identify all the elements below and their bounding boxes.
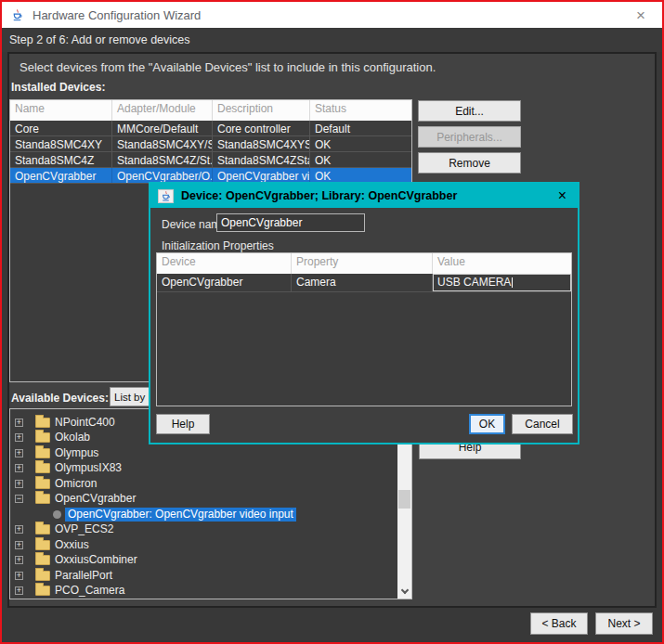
- edit-button[interactable]: Edit...: [418, 100, 521, 122]
- dialog-ok-button[interactable]: OK: [469, 414, 505, 434]
- tree-item-pco-camera[interactable]: + PCO_Camera: [10, 583, 391, 598]
- cell-status[interactable]: OK: [310, 152, 411, 167]
- dialog-title: Device: OpenCVgrabber; Library: OpenCVgr…: [181, 189, 457, 202]
- dialog-help-button[interactable]: Help: [156, 414, 210, 434]
- tree-item-oxxius[interactable]: + Oxxius: [10, 537, 391, 552]
- folder-icon: [35, 571, 50, 581]
- back-button[interactable]: < Back: [530, 612, 588, 635]
- cell-name[interactable]: OpenCVgrabber: [10, 168, 112, 183]
- dialog-titlebar[interactable]: Device: OpenCVgrabber; Library: OpenCVgr…: [150, 184, 578, 208]
- window-title: Hardware Configuration Wizard: [33, 8, 201, 22]
- available-devices-label: Available Devices:: [11, 392, 109, 405]
- folder-icon: [35, 463, 50, 473]
- expand-icon[interactable]: +: [15, 480, 23, 488]
- tree-item-label[interactable]: OlympusIX83: [55, 461, 122, 474]
- device-name-field[interactable]: [216, 213, 365, 232]
- cell-description[interactable]: Core controller: [213, 121, 310, 135]
- dialog-close-icon[interactable]: ×: [554, 188, 570, 203]
- expand-icon[interactable]: +: [15, 464, 23, 472]
- folder-icon: [35, 432, 50, 443]
- col-header-name: Name: [10, 100, 112, 121]
- col-header-status: Status: [310, 100, 411, 121]
- tree-item-label[interactable]: OVP_ECS2: [55, 522, 113, 535]
- cell-adapter[interactable]: Standa8SMC4Z/St...: [112, 152, 213, 167]
- tree-item-olympusix83[interactable]: + OlympusIX83: [10, 460, 391, 475]
- tree-item-label[interactable]: Olympus: [55, 446, 98, 459]
- installed-devices-label: Installed Devices:: [11, 81, 105, 94]
- cell-description[interactable]: Standa8SMC4ZStage: [213, 152, 310, 167]
- col-header-property: Property: [292, 253, 433, 274]
- tree-item-label[interactable]: NPointC400: [55, 416, 115, 429]
- folder-icon: [35, 494, 50, 504]
- col-header-value: Value: [433, 253, 571, 274]
- window-titlebar[interactable]: Hardware Configuration Wizard ×: [2, 2, 662, 28]
- folder-icon: [35, 540, 50, 550]
- init-properties-label: Initialization Properties: [162, 239, 274, 252]
- expand-icon[interactable]: +: [15, 449, 23, 457]
- tree-item-label[interactable]: Okolab: [55, 431, 90, 444]
- collapse-icon[interactable]: −: [15, 495, 23, 503]
- table-row-standa8smc4xy[interactable]: Standa8SMC4XY Standa8SMC4XY/S... Standa8…: [10, 136, 411, 152]
- init-table-row-camera[interactable]: OpenCVgrabber Camera USB CAMERA: [157, 274, 571, 292]
- folder-icon: [35, 586, 50, 596]
- cell-device[interactable]: OpenCVgrabber: [157, 274, 292, 291]
- tree-item-label[interactable]: OxxiusCombiner: [55, 553, 137, 566]
- table-row-standa8smc4z[interactable]: Standa8SMC4Z Standa8SMC4Z/St... Standa8S…: [10, 152, 411, 168]
- expand-icon[interactable]: +: [15, 572, 23, 580]
- java-dialog-icon: [158, 189, 174, 203]
- java-app-icon: [9, 8, 25, 22]
- cell-property[interactable]: Camera: [292, 274, 433, 291]
- col-header-device: Device: [157, 253, 292, 274]
- scroll-down-icon[interactable]: [397, 584, 411, 599]
- folder-icon: [35, 524, 50, 535]
- expand-icon[interactable]: +: [15, 419, 23, 427]
- tree-item-olympus[interactable]: + Olympus: [10, 445, 391, 460]
- cell-status[interactable]: OK: [310, 136, 411, 151]
- init-properties-table: Device Property Value OpenCVgrabber Came…: [156, 252, 572, 406]
- tree-item-opencvgrabber-video-input[interactable]: OpenCVgrabber: OpenCVgrabber video input: [10, 507, 391, 522]
- tree-item-pe300[interactable]: + pE300: [10, 599, 391, 599]
- dialog-cancel-button[interactable]: Cancel: [512, 414, 573, 434]
- tree-item-opencvgrabber[interactable]: − OpenCVgrabber: [10, 491, 391, 506]
- tree-item-oxxiuscombiner[interactable]: + OxxiusCombiner: [10, 552, 391, 567]
- cell-value-editing[interactable]: USB CAMERA: [433, 274, 571, 291]
- expand-icon[interactable]: +: [15, 541, 23, 549]
- cell-name[interactable]: Core: [10, 121, 112, 135]
- tree-item-label-selected[interactable]: OpenCVgrabber: OpenCVgrabber video input: [65, 508, 296, 522]
- hardware-configuration-wizard-window: Hardware Configuration Wizard × Step 2 o…: [0, 0, 664, 644]
- tree-item-label[interactable]: Oxxius: [55, 538, 89, 551]
- tree-item-label[interactable]: OpenCVgrabber: [55, 492, 136, 505]
- folder-icon: [35, 448, 50, 458]
- tree-item-ovp-ecs2[interactable]: + OVP_ECS2: [10, 522, 391, 536]
- tree-item-omicron[interactable]: + Omicron: [10, 476, 391, 491]
- cell-name[interactable]: Standa8SMC4XY: [10, 136, 112, 151]
- cell-adapter[interactable]: OpenCVgrabber/O...: [112, 168, 213, 183]
- expand-icon[interactable]: +: [15, 525, 23, 534]
- folder-icon: [35, 479, 50, 489]
- device-bullet-icon: [53, 510, 61, 519]
- scrollbar-thumb[interactable]: [398, 490, 410, 509]
- folder-icon: [35, 418, 50, 428]
- tree-item-label[interactable]: Omicron: [55, 477, 97, 490]
- expand-icon[interactable]: +: [15, 586, 23, 595]
- expand-icon[interactable]: +: [15, 433, 23, 442]
- cell-status[interactable]: OK: [310, 168, 411, 183]
- folder-icon: [35, 555, 50, 565]
- tree-item-label[interactable]: PCO_Camera: [55, 584, 124, 597]
- cell-name[interactable]: Standa8SMC4Z: [10, 152, 112, 167]
- expand-icon[interactable]: +: [15, 556, 23, 564]
- remove-button[interactable]: Remove: [418, 152, 521, 174]
- cell-description[interactable]: Standa8SMC4XYSt...: [213, 136, 310, 151]
- cell-status[interactable]: Default: [310, 121, 411, 135]
- window-close-icon[interactable]: ×: [627, 7, 655, 23]
- init-table-header: Device Property Value: [157, 253, 571, 274]
- cell-adapter[interactable]: MMCore/Default: [112, 121, 213, 135]
- next-button[interactable]: Next >: [595, 612, 653, 635]
- cell-adapter[interactable]: Standa8SMC4XY/S...: [112, 136, 213, 151]
- tree-item-parallelport[interactable]: + ParallelPort: [10, 568, 391, 583]
- cell-value-text: USB CAMERA: [437, 276, 511, 289]
- instruction-text: Select devices from the "Available Devic…: [20, 60, 436, 74]
- tree-item-label[interactable]: ParallelPort: [55, 569, 112, 582]
- cell-description[interactable]: OpenCVgrabber vi...: [213, 168, 310, 183]
- table-row-core[interactable]: Core MMCore/Default Core controller Defa…: [10, 121, 411, 136]
